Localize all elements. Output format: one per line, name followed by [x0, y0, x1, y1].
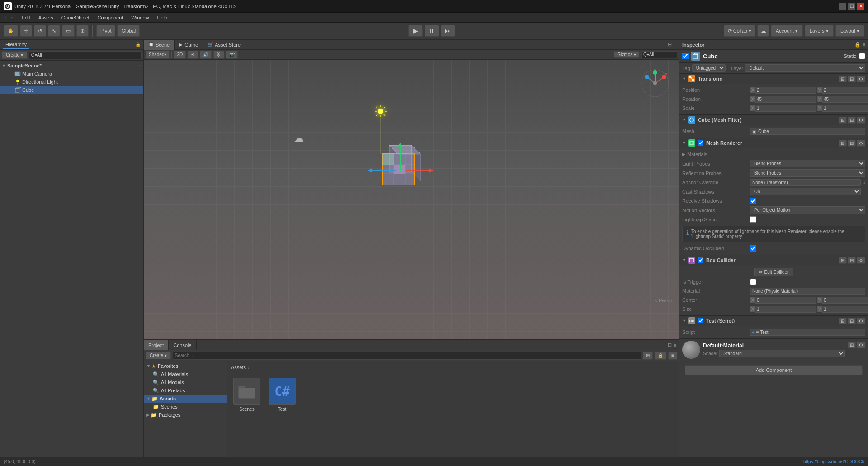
gizmos-button[interactable]: Gizmos ▾	[614, 51, 639, 58]
project-create-button[interactable]: Create ▾	[146, 352, 171, 359]
meshrenderer-enabled-checkbox[interactable]	[698, 140, 703, 146]
pause-button[interactable]: ⏸	[425, 25, 439, 37]
hierarchy-item-maincamera[interactable]: Main Camera	[0, 70, 143, 78]
boxcollider-paste-icon[interactable]: ⊟	[848, 257, 856, 264]
reflection-probes-select[interactable]: Blend Probes	[750, 169, 865, 177]
2d-button[interactable]: 2D	[174, 51, 186, 59]
minimize-button[interactable]: −	[839, 3, 846, 10]
scene-menu-icon[interactable]: ≡	[674, 42, 676, 48]
transform-copy-icon[interactable]: ⊞	[839, 76, 847, 82]
play-button[interactable]: ▶	[408, 25, 423, 37]
cloud-button[interactable]: ☁	[757, 25, 769, 37]
hierarchy-item-cube[interactable]: Cube	[0, 86, 143, 94]
add-component-button[interactable]: Add Component	[685, 365, 863, 375]
material-preview-ball[interactable]	[682, 341, 700, 359]
hierarchy-item-directionallight[interactable]: Directional Light	[0, 78, 143, 86]
motion-vectors-select[interactable]: Per Object Motion	[750, 206, 865, 214]
project-all-materials-item[interactable]: 🔍 All Materials	[144, 370, 227, 378]
project-lock-button[interactable]: 🔒	[655, 352, 666, 360]
light-probes-select[interactable]: Blend Probes	[750, 160, 865, 167]
scene-viewport[interactable]: ☁	[144, 60, 679, 339]
shader-select[interactable]: Standard	[719, 350, 845, 357]
account-button[interactable]: Account ▾	[771, 25, 803, 37]
receive-shadows-checkbox[interactable]	[750, 198, 756, 204]
close-button[interactable]: ✕	[857, 3, 864, 10]
cast-shadows-select[interactable]: On	[750, 188, 861, 195]
position-x-input[interactable]	[755, 87, 816, 94]
lighting-button[interactable]: ☀	[188, 51, 198, 59]
project-all-models-item[interactable]: 🔍 All Models	[144, 378, 227, 386]
scale-x-input[interactable]	[755, 105, 816, 112]
meshfilter-header[interactable]: ▼ Cube (Mesh Filter) ⊞ ⊟ ⚙	[679, 115, 868, 125]
menu-assets[interactable]: Assets	[35, 14, 57, 21]
project-menu-icon[interactable]: ≡	[674, 342, 676, 348]
scene-undock-icon[interactable]: ⊟	[668, 42, 672, 48]
project-favorites-item[interactable]: ▼ ★ Favorites	[144, 362, 227, 370]
global-button[interactable]: Global	[117, 25, 140, 37]
center-y-input[interactable]	[822, 297, 868, 304]
static-checkbox[interactable]	[859, 53, 865, 59]
scene-options-icon[interactable]: ≡	[139, 63, 142, 68]
menu-window[interactable]: Window	[127, 14, 152, 21]
move-tool-button[interactable]: ✛	[20, 25, 32, 37]
layout-button[interactable]: Layout ▾	[835, 25, 864, 37]
size-y-input[interactable]	[822, 306, 868, 313]
layers-button[interactable]: Layers ▾	[805, 25, 834, 37]
scene-tab-assetstore[interactable]: 🛒 Asset Store	[203, 40, 245, 50]
meshrenderer-paste-icon[interactable]: ⊟	[848, 140, 856, 147]
project-all-prefabs-item[interactable]: 🔍 All Prefabs	[144, 386, 227, 395]
material-menu-icon[interactable]: ⚙	[857, 342, 865, 348]
layer-select-dropdown[interactable]: Default	[745, 64, 865, 72]
rotation-x-input[interactable]	[755, 96, 816, 103]
boxcollider-header[interactable]: ▼ Box Collider ⊞ ⊟ ⚙	[679, 255, 868, 265]
size-x-input[interactable]	[755, 306, 816, 313]
scene-tab-scene[interactable]: 🔲 Scene	[144, 40, 175, 50]
menu-help[interactable]: Help	[153, 14, 171, 21]
inspector-lock-icon[interactable]: 🔒	[854, 42, 861, 48]
project-tab-project[interactable]: Project	[144, 340, 169, 350]
project-asset-scenes[interactable]: Scenes	[231, 378, 263, 412]
project-packages-item[interactable]: ▶ 📁 Packages	[144, 411, 227, 419]
testscript-header[interactable]: ▼ C# Test (Script) ⊞ ⊟ ⚙	[679, 316, 868, 326]
rect-tool-button[interactable]: ▭	[62, 25, 75, 37]
menu-gameobject[interactable]: GameObject	[58, 14, 93, 21]
hierarchy-lock-icon[interactable]: 🔒	[135, 42, 141, 47]
transform-tool-button[interactable]: ⊕	[76, 25, 89, 37]
scene-search-input[interactable]	[641, 51, 677, 58]
project-assets-item[interactable]: ▼ 📁 Assets	[144, 395, 227, 403]
project-scenes-item[interactable]: 📁 Scenes	[144, 403, 227, 411]
meshrenderer-menu-icon[interactable]: ⚙	[857, 140, 865, 147]
meshfilter-paste-icon[interactable]: ⊟	[848, 117, 856, 124]
menu-component[interactable]: Component	[94, 14, 127, 21]
hierarchy-create-button[interactable]: Create ▾	[2, 51, 27, 59]
materials-foldout-row[interactable]: ▶ Materials	[679, 150, 868, 159]
object-enabled-checkbox[interactable]	[682, 53, 689, 59]
position-y-input[interactable]	[822, 87, 868, 94]
cube-3d-object[interactable]	[376, 141, 425, 191]
pivot-button[interactable]: Pivot	[96, 25, 115, 37]
tag-select-dropdown[interactable]: Untagged	[692, 64, 726, 72]
is-trigger-checkbox[interactable]	[750, 279, 756, 285]
edit-collider-button[interactable]: ✏ Edit Collider	[754, 268, 794, 276]
camera-button[interactable]: 📷	[226, 51, 238, 59]
testscript-enabled-checkbox[interactable]	[698, 318, 703, 323]
rotate-tool-button[interactable]: ↺	[34, 25, 46, 37]
rotation-y-input[interactable]	[822, 96, 868, 103]
meshfilter-copy-icon[interactable]: ⊞	[839, 117, 847, 124]
testscript-paste-icon[interactable]: ⊟	[848, 318, 856, 324]
transform-menu-icon[interactable]: ⚙	[857, 76, 865, 82]
project-asset-test[interactable]: C# Test	[266, 378, 298, 412]
boxcollider-enabled-checkbox[interactable]	[698, 257, 703, 263]
audio-button[interactable]: 🔊	[200, 51, 212, 59]
testscript-copy-icon[interactable]: ⊞	[839, 318, 847, 324]
project-view-icon-button[interactable]: ⊞	[643, 352, 653, 360]
lightmap-static-checkbox[interactable]	[750, 216, 756, 223]
hierarchy-search-input[interactable]	[29, 51, 142, 59]
project-undock-icon[interactable]: ⊟	[668, 342, 672, 348]
scale-tool-button[interactable]: ⤡	[48, 25, 60, 37]
dynamic-occluded-checkbox[interactable]	[750, 245, 756, 252]
project-tab-console[interactable]: Console	[169, 340, 196, 350]
meshfilter-menu-icon[interactable]: ⚙	[857, 117, 865, 124]
collab-button[interactable]: ⟳ Collab ▾	[724, 25, 755, 37]
center-x-input[interactable]	[755, 297, 816, 304]
